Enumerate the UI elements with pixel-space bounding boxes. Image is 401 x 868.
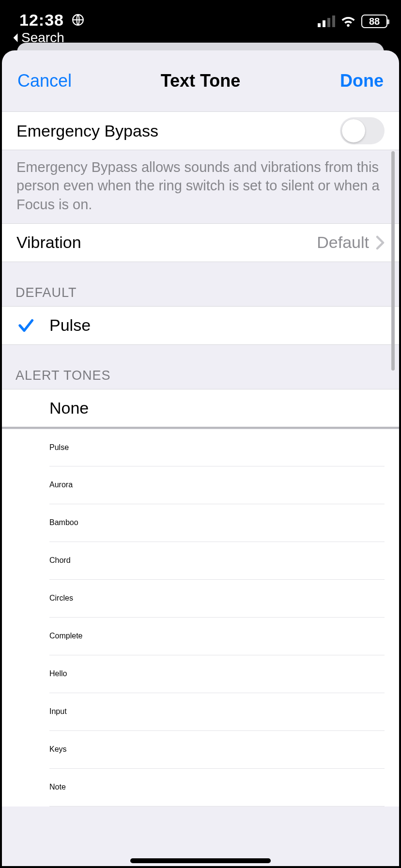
tone-label: Chord	[49, 556, 71, 565]
tone-label: Bamboo	[49, 518, 78, 527]
checkmark-icon	[17, 317, 34, 334]
status-bar: 12:38 Search 88	[0, 0, 401, 48]
svg-rect-1	[318, 23, 321, 27]
tone-label: Circles	[49, 594, 73, 603]
done-button[interactable]: Done	[340, 71, 384, 91]
wifi-icon	[340, 15, 356, 28]
emergency-bypass-label: Emergency Bypass	[16, 122, 340, 140]
toggle-knob	[342, 119, 365, 142]
tone-label: Pulse	[49, 443, 69, 452]
tone-row[interactable]: Complete	[2, 618, 399, 655]
emergency-bypass-description: Emergency Bypass allows sounds and vibra…	[2, 150, 399, 223]
section-header-default: DEFAULT	[2, 262, 399, 306]
tone-row[interactable]: Aurora	[2, 466, 399, 504]
tone-label: None	[49, 399, 89, 418]
tone-row[interactable]: Keys	[2, 731, 399, 769]
battery-icon: 88	[361, 15, 387, 28]
tone-label: Aurora	[49, 480, 73, 489]
cancel-button[interactable]: Cancel	[17, 71, 72, 91]
battery-level: 88	[369, 16, 380, 27]
svg-rect-4	[332, 16, 335, 27]
tone-label: Note	[49, 783, 66, 791]
scroll-indicator	[391, 151, 395, 371]
status-right: 88	[318, 15, 387, 28]
tone-label: Complete	[49, 632, 82, 640]
emergency-bypass-row[interactable]: Emergency Bypass	[2, 111, 399, 150]
modal-sheet: Cancel Text Tone Done Emergency Bypass E…	[2, 50, 399, 866]
vibration-value: Default	[317, 233, 369, 252]
tone-row[interactable]: Note	[2, 769, 399, 806]
sheet-header: Cancel Text Tone Done	[2, 50, 399, 111]
status-time-group: 12:38	[19, 11, 84, 30]
back-caret-icon	[12, 33, 19, 43]
home-indicator[interactable]	[130, 858, 271, 863]
tone-label: Hello	[49, 669, 67, 678]
chevron-right-icon	[376, 235, 385, 250]
status-time: 12:38	[19, 11, 64, 29]
tone-row[interactable]: Pulse	[2, 429, 399, 466]
tone-label: Input	[49, 707, 67, 716]
tone-row[interactable]: Circles	[2, 580, 399, 618]
svg-rect-2	[323, 20, 325, 27]
tone-row[interactable]: Input	[2, 693, 399, 731]
default-tone-label: Pulse	[49, 316, 385, 335]
tone-row-none[interactable]: None	[2, 389, 399, 427]
vibration-row[interactable]: Vibration Default	[2, 223, 399, 262]
vibration-label: Vibration	[16, 233, 317, 252]
section-header-alert: ALERT TONES	[2, 345, 399, 389]
tone-label: Keys	[49, 745, 67, 754]
tone-row[interactable]: Bamboo	[2, 504, 399, 542]
alert-tone-list: PulseAuroraBambooChordCirclesCompleteHel…	[2, 429, 399, 806]
cellular-icon	[318, 16, 335, 27]
tone-row[interactable]: Hello	[2, 655, 399, 693]
globe-icon	[72, 11, 84, 30]
tone-row[interactable]: Chord	[2, 542, 399, 580]
emergency-bypass-toggle[interactable]	[340, 117, 385, 144]
svg-rect-3	[327, 18, 330, 27]
default-tone-row[interactable]: Pulse	[2, 306, 399, 345]
